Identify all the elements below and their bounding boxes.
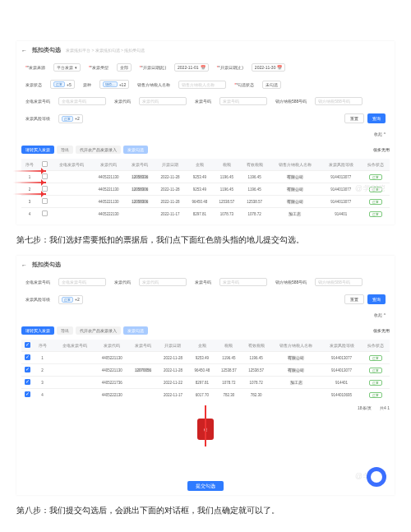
- elno-input[interactable]: 全电发票号码: [58, 97, 106, 105]
- reset-button[interactable]: 重置: [344, 113, 364, 123]
- red-arrow-icon: [13, 182, 46, 183]
- page-size[interactable]: 18条/页: [358, 405, 372, 410]
- num-input[interactable]: 发票号码: [219, 97, 267, 105]
- back-icon[interactable]: ←: [21, 48, 27, 53]
- from-select[interactable]: 平台发票 ▾: [53, 63, 81, 72]
- tab-import[interactable]: 请转买入发票: [21, 326, 54, 335]
- table-row[interactable]: 3 44052217362022-11-228297.811078.721078…: [21, 377, 390, 389]
- red-arrow-icon: [13, 193, 46, 195]
- tab-export[interactable]: 导出: [57, 326, 73, 335]
- row-checkbox[interactable]: [25, 367, 30, 372]
- table-row[interactable]: 4 44052221302022-11-176017.70782.30782.3…: [21, 389, 390, 401]
- reset-button[interactable]: 重置: [344, 294, 364, 304]
- row-checkbox[interactable]: [42, 198, 48, 204]
- table-row[interactable]: 2 4405221130120700562022-11-2896450.4812…: [21, 364, 390, 377]
- checkbox-all[interactable]: [42, 161, 48, 167]
- back-icon[interactable]: ←: [21, 262, 27, 268]
- tab-check[interactable]: 发票勾选: [123, 146, 148, 154]
- red-arrow-icon: [13, 170, 46, 172]
- collapse-link[interactable]: 收起 ^: [374, 132, 386, 136]
- checkbox-all[interactable]: [25, 342, 30, 348]
- risk-select[interactable]: 正常+2: [58, 114, 83, 123]
- invoice-table-checked: 序号 全电发票号码发票代码发票号码开票日期 金额税额有效税额销售方纳税人名称发票…: [21, 340, 390, 400]
- kind-select[interactable]: 增值…+12: [99, 80, 129, 89]
- row-checkbox[interactable]: [25, 391, 30, 397]
- tab-agri[interactable]: 代开农产品发票录入: [76, 326, 121, 335]
- mascot-icon: [367, 467, 386, 487]
- section-title: 抵扣类勾选: [32, 46, 61, 54]
- section-title: 抵扣类勾选: [32, 261, 61, 269]
- step8-caption: 第八步：我们提交勾选后，会跳出下面的对话框，我们点确定就可以了。: [16, 505, 395, 516]
- table-row[interactable]: 4 44052221302022-11-178297.811078.731078…: [21, 208, 390, 220]
- step7-caption: 第七步：我们选好需要抵扣的票据后，我们点下面红色箭头指的地儿提交勾选。: [16, 234, 395, 246]
- date-start[interactable]: 2022-11-01 📅: [174, 63, 209, 72]
- breadcrumb: 发票抵扣平台 > 发票抵扣勾选 > 抵扣类勾选: [66, 48, 145, 53]
- code-input[interactable]: 发票代码: [139, 97, 187, 105]
- search-button[interactable]: 查询: [367, 294, 386, 304]
- date-end[interactable]: 2022-11-30 📅: [252, 63, 286, 72]
- row-checkbox[interactable]: [25, 354, 30, 360]
- watermark: @学财税: [355, 183, 385, 194]
- chk-select[interactable]: 未勾选: [262, 81, 281, 89]
- row-checkbox[interactable]: [42, 173, 48, 179]
- invoice-table: 序号 全电发票号码发票代码发票号码开票日期 金额税额有效税额销售方纳税人名称发票…: [21, 159, 390, 220]
- table-row[interactable]: 3 4405221130120583062022-11-2896450.4812…: [21, 196, 390, 208]
- table-row[interactable]: 1 44052211302022-11-289253.491196.451196…: [21, 352, 390, 364]
- submit-button[interactable]: 提交勾选: [187, 481, 224, 491]
- tab-import[interactable]: 请转买入发票: [21, 146, 54, 154]
- tab-export[interactable]: 导出: [57, 146, 73, 154]
- type-select[interactable]: 全部: [117, 63, 132, 72]
- id-input[interactable]: 销方纳税588号码: [315, 97, 363, 105]
- tab-check[interactable]: 发票勾选: [123, 326, 148, 335]
- table-row[interactable]: 2 4405221130120583062022-11-289253.49119…: [21, 183, 390, 196]
- row-checkbox[interactable]: [42, 210, 48, 216]
- search-button[interactable]: 查询: [367, 113, 386, 123]
- status-select[interactable]: 正常+5: [50, 80, 75, 89]
- pager[interactable]: 共4 1: [380, 405, 390, 410]
- right-link[interactable]: 很多无用: [373, 147, 390, 152]
- seller-input[interactable]: 销售方纳税人名称: [178, 81, 226, 89]
- stamp-icon: 税: [197, 419, 214, 440]
- tab-agri[interactable]: 代开农产品发票录入: [76, 146, 121, 154]
- table-row[interactable]: 1 4405221130120583362022-11-289253.49119…: [21, 171, 390, 183]
- row-checkbox[interactable]: [25, 379, 30, 385]
